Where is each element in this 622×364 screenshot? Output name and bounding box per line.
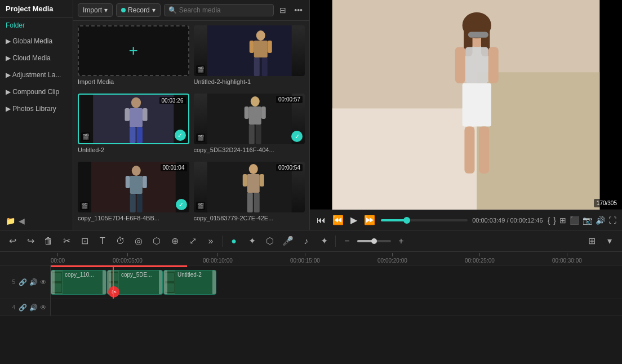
sidebar-title: Project Media [0,0,73,18]
transform-button[interactable]: ⤢ [185,233,201,249]
progress-bar[interactable] [381,219,468,221]
untitled-2-label: Untitled-2 [78,147,189,153]
filter-button[interactable]: ⬡ [149,233,165,249]
duration-badge-4: 00:00:54 [276,164,303,171]
skip-back-button[interactable]: ⏮ [316,214,327,227]
track-eye-icon-2[interactable]: 👁 [40,304,47,312]
media-item-import[interactable]: + Import Media [78,25,189,89]
media-item-untitled-highlight[interactable]: 🎬 Untitled-2-highlight-1 [194,25,305,89]
track-audio-icon[interactable]: 🔊 [29,278,38,286]
screen-icon[interactable]: ⬛ [570,216,579,225]
sidebar-item-photos-library[interactable]: ▶ Photos Library [0,100,73,117]
shield-button[interactable]: ⬡ [262,233,278,249]
frame-forward-button[interactable]: ⏩ [363,214,376,227]
record-dot-icon [121,8,126,12]
animate-button[interactable]: ◎ [131,233,146,249]
time-overlay: 170/305 [594,199,620,207]
mark-in-icon[interactable]: { [548,216,550,225]
track-link-icon[interactable]: 🔗 [19,278,27,286]
copy-0158-thumb: 00:00:54 🎬 [194,162,305,212]
svg-rect-18 [255,125,261,144]
svg-rect-2 [254,41,267,57]
sidebar-item-adjustment-layer[interactable]: ▶ Adjustment La... [0,66,73,83]
filter-icon[interactable]: ⊟ [277,5,288,16]
duration-badge-2: 00:00:57 [276,96,303,103]
snapshot-icon[interactable]: 📷 [583,216,592,225]
crop-button[interactable]: ⊡ [77,233,92,249]
cut-button[interactable]: ✂ [59,233,74,249]
zoom-out-button[interactable]: − [339,233,355,249]
sidebar-item-compound-clip[interactable]: ▶ Compound Clip [0,83,73,100]
media-item-copy-5de[interactable]: 00:00:57 ✓ 🎬 copy_5DE32D24-116F-404... [194,94,305,157]
collapse-sidebar-icon[interactable]: ◀ [19,216,25,225]
clip-handle-right-2[interactable] [159,270,162,294]
svg-rect-4 [261,57,267,76]
delete-button[interactable]: 🗑 [41,233,56,249]
layout-button[interactable]: ▾ [602,233,617,249]
volume-icon[interactable]: 🔊 [596,216,605,225]
grid-button[interactable]: ⊞ [584,233,599,249]
svg-rect-32 [254,193,259,212]
duration-badge-3: 00:01:04 [161,164,187,171]
active-tool-button[interactable]: ● [226,233,242,249]
sidebar-item-global-media[interactable]: ▶ Global Media [0,33,73,50]
play-button[interactable]: ▶ [349,214,358,227]
record-chevron-icon: ▾ [152,6,156,14]
undo-button[interactable]: ↩ [5,233,20,249]
film-icon-3: 🎬 [196,134,205,142]
mark-out-icon[interactable]: } [553,216,556,225]
clip-actions-icon[interactable]: ⊞ [559,216,566,225]
record-button[interactable]: Record ▾ [116,3,161,17]
progress-thumb [403,217,410,224]
adjust-button[interactable]: ⊕ [167,233,183,249]
media-item-copy-1105[interactable]: 00:01:04 ✓ 🎬 copy_1105E7D4-E6F8-4BB... [78,162,189,225]
track-link-icon-2[interactable]: 🔗 [19,304,27,312]
music-button[interactable]: ♪ [298,233,314,249]
more-options-icon[interactable]: ••• [292,5,305,16]
zoom-track[interactable] [357,240,391,242]
svg-rect-24 [130,194,136,212]
svg-rect-6 [267,41,272,53]
search-input[interactable] [179,6,270,14]
svg-rect-11 [136,127,143,143]
text-button[interactable]: T [95,233,110,249]
zoom-in-button[interactable]: + [393,233,409,249]
frame-back-button[interactable]: ⏪ [331,214,345,227]
mic-button[interactable]: 🎤 [280,233,296,249]
timeline-area: 00:00 00:00:05:00 00:00:10:00 00:00:15:0… [0,251,622,364]
svg-rect-37 [477,72,599,210]
sidebar-item-folder[interactable]: Folder [0,18,73,33]
clip-untitled2[interactable]: Untitled-2 [163,270,216,295]
import-button[interactable]: Import ▾ [78,3,113,17]
clip-copy1105[interactable]: copy_110... [51,270,106,295]
svg-rect-36 [332,108,477,210]
svg-rect-47 [455,47,465,83]
sidebar: Project Media Folder ▶ Global Media ▶ Cl… [0,0,73,230]
more-tools-button[interactable]: » [203,233,219,249]
clip-handle-left-1[interactable] [51,270,55,294]
import-chevron-icon: ▾ [104,6,108,14]
untitled-highlight-label: Untitled-2-highlight-1 [194,78,305,85]
clip-handle-right-3[interactable] [212,270,216,294]
svg-rect-33 [242,174,247,187]
clip-handle-right-1[interactable] [103,270,106,294]
clip-handle-left-3[interactable] [164,270,167,294]
search-box[interactable]: 🔍 [164,4,274,16]
svg-rect-27 [143,176,147,188]
redo-button[interactable]: ↪ [23,233,38,249]
svg-rect-31 [247,193,252,212]
add-folder-icon[interactable]: 📁 [6,216,15,225]
effects-button[interactable]: ✦ [316,233,332,249]
fullscreen-icon[interactable]: ⛶ [608,216,616,225]
media-item-untitled-2[interactable]: 00:03:26 ✓ 🎬 Untitled-2 [78,94,189,157]
speed-button[interactable]: ⏱ [113,233,128,249]
sidebar-item-cloud-media[interactable]: ▶ Cloud Media [0,50,73,66]
track-audio-icon-2[interactable]: 🔊 [29,304,38,312]
sidebar-bottom: 📁 ◀ [0,212,73,230]
svg-point-1 [256,30,265,41]
sparkle-button[interactable]: ✦ [244,233,260,249]
svg-rect-44 [463,83,491,127]
svg-rect-34 [259,174,264,187]
track-eye-icon[interactable]: 👁 [40,278,47,286]
media-item-copy-0158[interactable]: 00:00:54 🎬 copy_01583779-2C7E-42E... [194,162,305,225]
